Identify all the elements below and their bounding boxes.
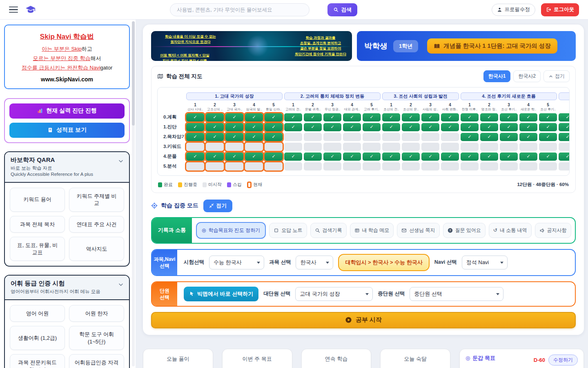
map-cell[interactable] xyxy=(441,133,459,141)
map-cell[interactable]: ✓ xyxy=(382,153,400,161)
exam-select[interactable]: 수능 한국사 xyxy=(209,256,264,269)
map-cell[interactable]: ✓ xyxy=(500,153,518,161)
map-cell[interactable] xyxy=(500,162,518,171)
map-collapse-button[interactable]: 접기 xyxy=(543,70,570,82)
search-button[interactable]: 검색 xyxy=(327,3,357,16)
start-study-button[interactable]: 공부 시작 xyxy=(151,312,576,328)
map-cell[interactable] xyxy=(186,143,204,151)
hamburger-menu-icon[interactable] xyxy=(9,7,18,13)
major-unit-select[interactable]: 고대 국가의 성장 xyxy=(295,287,373,301)
map-cell[interactable] xyxy=(304,162,322,171)
unit-pill[interactable]: 2. 고려의 통치 체제와 정치 변동 xyxy=(284,92,381,100)
map-cell[interactable]: ✓ xyxy=(284,123,302,131)
map-cell[interactable] xyxy=(402,162,420,171)
map-cell[interactable] xyxy=(225,143,243,151)
map-cell[interactable] xyxy=(186,162,204,171)
navi-select[interactable]: 정석 Navi xyxy=(462,256,508,269)
map-cell[interactable]: ✓ xyxy=(480,113,498,121)
map-cell[interactable]: ✓ xyxy=(363,113,381,121)
map-cell[interactable]: ✓ xyxy=(225,153,243,161)
map-cell[interactable] xyxy=(461,162,479,171)
vocab-item-button[interactable]: 생활어휘 (1,2급) xyxy=(10,326,65,350)
map-cell[interactable] xyxy=(284,143,302,151)
map-cell[interactable] xyxy=(382,162,400,171)
map-cell[interactable]: ✓ xyxy=(323,113,341,121)
map-cell[interactable]: ✓ xyxy=(461,123,479,131)
map-cell[interactable] xyxy=(519,162,537,171)
map-cell[interactable]: ✓ xyxy=(206,123,224,131)
map-cell[interactable] xyxy=(539,162,557,171)
comms-button[interactable]: 선생님 쪽지 xyxy=(397,223,439,238)
map-cell[interactable] xyxy=(304,143,322,151)
map-cell[interactable]: ✓ xyxy=(186,113,204,121)
map-cell[interactable]: ✓ xyxy=(284,153,302,161)
map-cell[interactable]: ✓ xyxy=(245,133,263,141)
map-cell[interactable]: ✓ xyxy=(323,153,341,161)
map-cell[interactable]: ✓ xyxy=(265,153,283,161)
map-cell[interactable]: ✓ xyxy=(441,113,459,121)
map-cell[interactable] xyxy=(323,162,341,171)
qara-item-button[interactable]: 키워드 용어 xyxy=(10,188,65,212)
map-cell[interactable] xyxy=(480,162,498,171)
map-cell[interactable]: ✓ xyxy=(343,123,361,131)
map-cell[interactable] xyxy=(441,162,459,171)
search-input[interactable] xyxy=(170,3,310,16)
map-cell[interactable] xyxy=(304,133,322,141)
map-cell[interactable]: ✓ xyxy=(304,123,322,131)
map-cell[interactable] xyxy=(343,162,361,171)
map-cell[interactable]: ✓ xyxy=(480,133,498,141)
map-cell[interactable] xyxy=(284,162,302,171)
map-cell[interactable]: ✓ xyxy=(245,153,263,161)
map-cell[interactable] xyxy=(559,162,570,171)
comms-button[interactable]: 검색기록 xyxy=(310,223,347,238)
report-button[interactable]: 성적표 보기 xyxy=(9,123,125,138)
map-cell[interactable]: ✓ xyxy=(500,133,518,141)
chevron-down-icon[interactable] xyxy=(118,158,124,164)
map-cell[interactable] xyxy=(343,143,361,151)
map-cell[interactable] xyxy=(363,143,381,151)
map-cell[interactable]: ✓ xyxy=(225,123,243,131)
map-cell[interactable]: ✓ xyxy=(559,113,570,121)
qara-item-button[interactable]: 과목 전체 목차 xyxy=(10,216,65,233)
map-cell[interactable]: ✓ xyxy=(284,113,302,121)
map-cell[interactable] xyxy=(461,143,479,151)
vocab-item-button[interactable]: 어휘등급인증 자격증 xyxy=(69,354,124,368)
map-cell[interactable]: ✓ xyxy=(500,113,518,121)
vocab-item-button[interactable]: 어원 한자 xyxy=(69,305,124,322)
map-cell[interactable] xyxy=(284,133,302,141)
map-cell[interactable] xyxy=(441,143,459,151)
qara-item-button[interactable]: 표, 도표, 유물, 비교표 xyxy=(10,237,65,261)
unit-pill[interactable]: 1. 고대 국가의 성장 xyxy=(186,92,283,100)
map-cell[interactable]: ✓ xyxy=(559,123,570,131)
map-cell[interactable] xyxy=(382,133,400,141)
map-cell[interactable]: ✓ xyxy=(265,113,283,121)
map-cell[interactable]: ✓ xyxy=(461,113,479,121)
comms-button[interactable]: 오답 노트 xyxy=(269,223,307,238)
map-cell[interactable] xyxy=(559,143,570,151)
map-cell[interactable]: ✓ xyxy=(206,133,224,141)
qara-item-button[interactable]: 연대표 주요 사건 xyxy=(69,216,124,233)
map-cell[interactable]: ✓ xyxy=(519,153,537,161)
map-cell[interactable] xyxy=(382,143,400,151)
comms-button[interactable]: ↺내 소통 내역 xyxy=(489,223,532,238)
map-cell[interactable] xyxy=(225,162,243,171)
map-cell[interactable] xyxy=(265,143,283,151)
focus-collapse-button[interactable]: 접기 xyxy=(203,200,232,212)
subject-select[interactable]: 한국사 xyxy=(296,256,333,269)
sidebar-scrollbar[interactable] xyxy=(132,21,135,366)
qara-item-button[interactable]: 역사지도 xyxy=(69,237,124,261)
map-cell[interactable]: ✓ xyxy=(519,123,537,131)
logout-button[interactable]: 로그아웃 xyxy=(541,3,579,16)
map-cell[interactable] xyxy=(363,162,381,171)
curriculum-path-badge[interactable]: 대학입시 > 한국사 > 수능 한국사 xyxy=(338,254,429,271)
map-cell[interactable]: ✓ xyxy=(421,123,439,131)
map-cell[interactable]: ✓ xyxy=(441,153,459,161)
comms-button[interactable]: 내 학습 메모 xyxy=(350,223,394,238)
map-cell[interactable]: ✓ xyxy=(225,113,243,121)
map-cell[interactable]: ✓ xyxy=(206,153,224,161)
map-cell[interactable]: ✓ xyxy=(382,113,400,121)
map-cell[interactable] xyxy=(206,162,224,171)
tab-hanguksa1[interactable]: 한국사1 xyxy=(483,70,511,82)
map-cell[interactable]: ✓ xyxy=(186,123,204,131)
profile-edit-button[interactable]: 프로필수정 xyxy=(492,4,536,16)
